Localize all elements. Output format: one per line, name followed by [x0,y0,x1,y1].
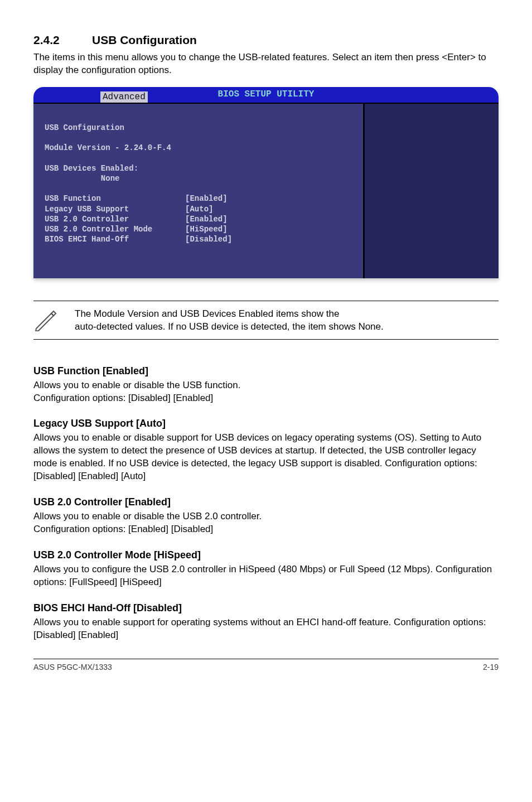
footer-left: ASUS P5GC-MX/1333 [33,663,112,671]
bios-content-panel: USB Configuration Module Version - 2.24.… [33,103,365,278]
bios-side-panel [365,103,499,278]
bios-item-row: BIOS EHCI Hand-Off[Disabled] [45,234,352,244]
page-footer: ASUS P5GC-MX/1333 2-19 [33,659,499,671]
subsection-body: Allows you to enable or disable support … [33,432,499,483]
bios-body: USB Configuration Module Version - 2.24.… [33,103,499,278]
bios-item-value: [Auto] [185,204,213,214]
bios-item-row: USB 2.0 Controller Mode[HiSpeed] [45,224,352,234]
bios-item-value: [Enabled] [185,214,228,224]
bios-item-row: Legacy USB Support[Auto] [45,204,352,214]
note-text: The Module Version and USB Devices Enabl… [75,308,384,334]
bios-advanced-tab: Advanced [100,91,148,103]
subsection-body: Allows you to enable support for operati… [33,616,499,642]
bios-item-label: USB 2.0 Controller [45,214,185,224]
bios-module-version: Module Version - 2.24.0-F.4 [45,143,171,152]
bios-item-label: BIOS EHCI Hand-Off [45,234,185,244]
subsection-body: Allows you to configure the USB 2.0 cont… [33,563,499,589]
bios-item-row: USB 2.0 Controller[Enabled] [45,214,352,224]
note-line2: auto-detected values. If no USB device i… [75,321,384,332]
section-title: USB Configuration [92,33,197,47]
bios-item-label: USB 2.0 Controller Mode [45,224,185,234]
bios-item-value: [Disabled] [185,234,232,244]
bios-header-title: BIOS SETUP UTILITY [218,89,315,99]
section-header: 2.4.2 USB Configuration [33,33,499,47]
subsection: Legacy USB Support [Auto] Allows you to … [33,418,499,483]
subsection-heading: Legacy USB Support [Auto] [33,418,499,429]
subsection-heading: USB 2.0 Controller Mode [HiSpeed] [33,549,499,561]
bios-header: BIOS SETUP UTILITY Advanced [33,87,499,103]
subsection-body: Allows you to enable or disable the USB … [33,510,499,536]
bios-devices-header: USB Devices Enabled: [45,164,138,173]
subsection: BIOS EHCI Hand-Off [Disabled] Allows you… [33,602,499,642]
bios-devices-state: None [101,174,120,183]
bios-item-value: [Enabled] [185,194,228,204]
bios-item-value: [HiSpeed] [185,224,228,234]
subsection-heading: USB Function [Enabled] [33,365,499,377]
note-line1: The Module Version and USB Devices Enabl… [75,308,339,319]
subsection-heading: USB 2.0 Controller [Enabled] [33,496,499,508]
pencil-icon [33,309,58,331]
section-number: 2.4.2 [33,33,92,47]
note-callout: The Module Version and USB Devices Enabl… [33,301,499,340]
bios-screenshot: BIOS SETUP UTILITY Advanced USB Configur… [33,87,499,278]
footer-right: 2-19 [483,663,499,671]
bios-item-label: USB Function [45,194,185,204]
bios-item-row: USB Function[Enabled] [45,194,352,204]
subsection-heading: BIOS EHCI Hand-Off [Disabled] [33,602,499,614]
subsection: USB Function [Enabled] Allows you to ena… [33,365,499,405]
subsection: USB 2.0 Controller Mode [HiSpeed] Allows… [33,549,499,589]
section-intro: The items in this menu allows you to cha… [33,51,499,77]
bios-item-label: Legacy USB Support [45,204,185,214]
subsection-body: Allows you to enable or disable the USB … [33,379,499,405]
subsection: USB 2.0 Controller [Enabled] Allows you … [33,496,499,536]
bios-config-header: USB Configuration [45,123,124,132]
